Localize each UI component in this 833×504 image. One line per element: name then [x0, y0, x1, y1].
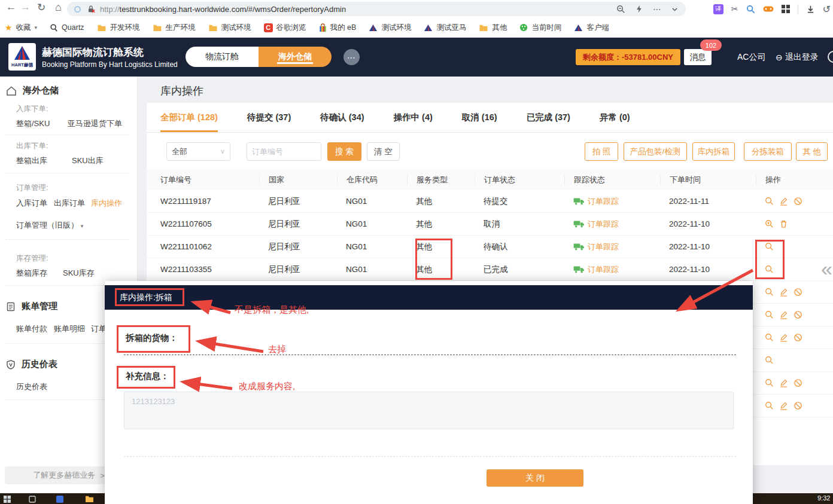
search-icon[interactable] — [765, 265, 774, 274]
sidebar-item-bill-payment[interactable]: 账单付款 — [16, 323, 47, 334]
search-icon[interactable] — [765, 288, 774, 297]
sidebar-item-container-inventory[interactable]: 整箱库存 — [16, 268, 47, 279]
edit-icon[interactable] — [779, 288, 788, 297]
photo-button[interactable]: 拍 照 — [585, 142, 618, 161]
task-view-icon[interactable] — [29, 496, 36, 503]
sidebar-item-outbound-orders[interactable]: 出库订单 — [54, 198, 85, 209]
order-number-input[interactable] — [247, 142, 321, 161]
bookmark-folder-dev[interactable]: 开发环境 — [97, 23, 140, 33]
packaging-inspection-button[interactable]: 产品包装/检测 — [624, 142, 687, 161]
search-icon[interactable] — [765, 401, 774, 410]
gamepad-extension-icon[interactable] — [763, 5, 774, 13]
bookmark-folder-test[interactable]: 测试环境 — [208, 23, 251, 33]
header-more-button[interactable]: ⋯ — [343, 49, 360, 65]
search-icon[interactable] — [765, 333, 774, 342]
sidebar-item-history-price[interactable]: 历史价表 — [16, 381, 47, 392]
bookmark-client[interactable]: 客户端 — [574, 23, 609, 33]
bookmark-folder-other[interactable]: 其他 — [479, 23, 507, 33]
tab-pending-submit[interactable]: 待提交 (37) — [247, 103, 291, 132]
nav-booking-button[interactable]: 物流订舱 — [186, 47, 259, 67]
bookmark-ebay[interactable]: 我的 eB — [319, 23, 357, 33]
edit-icon[interactable] — [779, 333, 788, 342]
zoom-out-icon[interactable] — [616, 5, 625, 14]
company-menu[interactable]: AC公司 — [737, 52, 765, 63]
search-icon[interactable] — [765, 197, 774, 206]
unboxing-button[interactable]: 库内拆箱 — [692, 142, 735, 161]
translate-extension-icon[interactable]: 译 — [713, 4, 723, 14]
extra-info-textarea[interactable] — [124, 392, 734, 429]
search-icon[interactable] — [765, 242, 774, 251]
order-tracking-link[interactable]: 订单跟踪 — [573, 196, 660, 207]
tab-cancelled[interactable]: 取消 (16) — [462, 103, 497, 132]
undo-icon[interactable]: ↺ — [823, 4, 831, 15]
ban-icon[interactable] — [794, 310, 802, 319]
search-extension-icon[interactable] — [746, 5, 755, 14]
sidebar-item-bill-detail[interactable]: 账单明细 — [54, 323, 85, 334]
order-tracking-link[interactable]: 订单跟踪 — [573, 242, 660, 252]
scissors-extension-icon[interactable]: ✂ — [731, 4, 738, 14]
bookmark-hart-test[interactable]: 测试环境 — [369, 23, 411, 33]
clear-button[interactable]: 清 空 — [367, 142, 400, 161]
sidebar-item-sku-outbound[interactable]: SKU出库 — [72, 155, 104, 166]
sidebar-item-amazon-return[interactable]: 亚马逊退货下单 — [68, 118, 122, 129]
ban-icon[interactable] — [794, 288, 802, 297]
order-tracking-link[interactable]: 订单跟踪 — [573, 219, 660, 230]
category-select[interactable]: 全部∨ — [166, 142, 230, 161]
more-actions-icon[interactable]: ⋯ — [653, 4, 661, 14]
back-icon[interactable]: ← — [6, 1, 16, 13]
messages-button[interactable]: 消息 — [684, 49, 712, 65]
tab-exception[interactable]: 异常 (0) — [600, 103, 630, 132]
search-icon[interactable] — [765, 310, 774, 319]
bookmark-favorites[interactable]: ★收藏▾ — [5, 23, 37, 33]
lightning-icon[interactable] — [635, 5, 643, 13]
close-button[interactable]: 关 闭 — [487, 469, 583, 487]
bookmark-quartz[interactable]: Quartz — [50, 23, 84, 32]
order-tracking-link[interactable]: 订单跟踪 — [573, 264, 660, 275]
edit-icon[interactable] — [779, 310, 788, 319]
collapse-panel-icon[interactable]: « — [821, 257, 832, 280]
ban-icon[interactable] — [794, 197, 802, 206]
sidebar-item-sku-inventory[interactable]: SKU库存 — [63, 268, 95, 279]
zoom-in-icon[interactable] — [765, 219, 774, 228]
tab-in-progress[interactable]: 操作中 (4) — [394, 103, 433, 132]
taskbar-folder-icon[interactable] — [85, 495, 94, 503]
nav-warehouse-button[interactable]: 海外仓储 — [259, 47, 332, 67]
forward-icon[interactable]: → — [20, 1, 31, 13]
logout-button[interactable]: ⊖退出登录 — [776, 52, 819, 63]
ban-icon[interactable] — [794, 401, 802, 410]
bookmark-chrome[interactable]: C谷歌浏览 — [264, 23, 306, 33]
sidebar-item-legacy-orders[interactable]: 订单管理（旧版） ▾ — [16, 220, 83, 231]
edit-icon[interactable] — [779, 378, 788, 387]
windows-start-icon[interactable] — [4, 496, 11, 503]
ban-icon[interactable] — [794, 333, 802, 342]
site-info-icon[interactable] — [74, 6, 81, 13]
edit-icon[interactable] — [779, 197, 788, 206]
other-button[interactable]: 其 他 — [796, 142, 828, 161]
search-icon[interactable] — [765, 356, 774, 365]
search-icon[interactable] — [765, 378, 774, 387]
edit-icon[interactable] — [779, 401, 788, 410]
help-icon-partial[interactable] — [828, 51, 833, 63]
insecure-lock-icon[interactable] — [87, 5, 95, 13]
sidebar-item-container-outbound[interactable]: 整箱出库 — [16, 155, 47, 166]
bookmark-time[interactable]: 当前时间 — [519, 23, 561, 33]
tab-pending-confirm[interactable]: 待确认 (34) — [320, 103, 364, 132]
bookmark-folder-prod[interactable]: 生产环境 — [153, 23, 196, 33]
tab-completed[interactable]: 已完成 (37) — [527, 103, 570, 132]
home-icon[interactable]: ⌂ — [55, 1, 62, 14]
tab-all-orders[interactable]: 全部订单 (128) — [160, 103, 218, 132]
extensions-grid-icon[interactable] — [782, 5, 790, 13]
chevron-down-icon[interactable] — [671, 5, 679, 13]
sidebar-item-full-container-sku[interactable]: 整箱/SKU — [16, 118, 50, 129]
refresh-icon[interactable]: ↻ — [37, 1, 45, 14]
sidebar-item-warehouse-ops[interactable]: 库内操作 — [91, 198, 122, 209]
ban-icon[interactable] — [794, 378, 802, 387]
bookmark-hart-amazon[interactable]: 测试亚马 — [424, 23, 466, 33]
taskbar-app-icon[interactable] — [56, 496, 63, 503]
search-button[interactable]: 搜 索 — [327, 142, 361, 161]
address-bar[interactable]: http://testtrunkbooking.hart-worldwide.c… — [67, 2, 686, 16]
sidebar-item-inbound-orders[interactable]: 入库订单 — [16, 198, 47, 209]
sorting-packing-button[interactable]: 分拣装箱 — [744, 142, 792, 161]
trash-icon[interactable] — [779, 219, 788, 228]
download-icon[interactable] — [806, 5, 815, 14]
